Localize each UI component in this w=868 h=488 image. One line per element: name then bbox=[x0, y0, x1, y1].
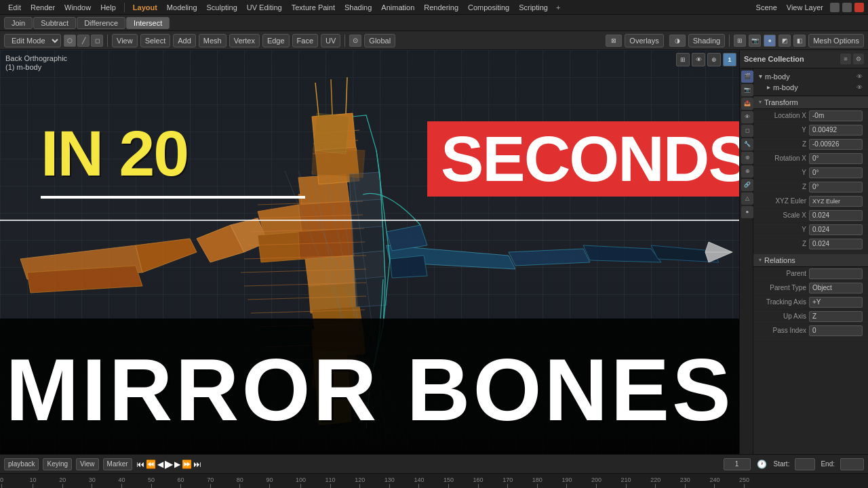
ruler-label-170: 170 bbox=[502, 476, 513, 483]
tb-shading-btn[interactable]: Shading bbox=[688, 34, 725, 47]
camera-icon[interactable]: 📷 bbox=[749, 35, 761, 47]
menu-edit[interactable]: Edit bbox=[4, 2, 25, 13]
scene-options-icon[interactable]: ⊞ bbox=[734, 35, 746, 47]
relations-section-header[interactable]: ▾ Relations bbox=[753, 254, 868, 267]
menu-render[interactable]: Render bbox=[26, 2, 59, 13]
outliner-visibility-icon-1[interactable]: 👁 bbox=[856, 73, 863, 80]
prop-data-icon[interactable]: △ bbox=[741, 192, 753, 205]
tb-select-btn[interactable]: Select bbox=[140, 34, 171, 47]
tracking-axis-value[interactable]: +Y bbox=[809, 297, 863, 308]
bool-join-btn[interactable]: Join bbox=[4, 17, 33, 29]
outliner-item-mbody-2[interactable]: ▸ m-body 👁 bbox=[753, 82, 868, 93]
win-close-btn[interactable] bbox=[854, 3, 864, 12]
viewport-3d[interactable]: Back Orthographic (1) m-body IN 20 SECON… bbox=[0, 50, 739, 454]
tab-modeling[interactable]: Modeling bbox=[163, 2, 201, 13]
proportional-edit-icon[interactable]: ⊙ bbox=[349, 35, 361, 47]
panel-filter-icon[interactable]: ≡ bbox=[840, 54, 851, 64]
outliner-item-mbody-1[interactable]: ▾ m-body 👁 bbox=[753, 71, 868, 82]
tb-vertex-btn[interactable]: Vertex bbox=[229, 34, 260, 47]
outliner-visibility-icon-2[interactable]: 👁 bbox=[856, 84, 863, 91]
prev-frame-btn[interactable]: ⏪ bbox=[146, 460, 156, 469]
prop-scene-icon[interactable]: 🎬 bbox=[741, 70, 753, 83]
tab-animation[interactable]: Animation bbox=[377, 2, 418, 13]
timeline-view-btn[interactable]: View bbox=[76, 458, 99, 470]
mesh-options-btn[interactable]: Mesh Options bbox=[808, 34, 864, 47]
tab-sculpting[interactable]: Sculpting bbox=[203, 2, 241, 13]
scale-y-value[interactable]: 0.024 bbox=[809, 224, 863, 235]
rotation-y-value[interactable]: 0° bbox=[809, 167, 863, 178]
tb-transform-btn[interactable]: Global bbox=[364, 34, 395, 47]
frame-ruler[interactable]: 0102030405060708090100110120130140150160… bbox=[0, 473, 868, 488]
tb-face-btn[interactable]: Face bbox=[292, 34, 318, 47]
rotation-x-value[interactable]: 0° bbox=[809, 153, 863, 164]
viewport-toggle-icon-3[interactable]: ⊕ bbox=[707, 53, 721, 66]
prop-object-icon[interactable]: ◻ bbox=[741, 125, 753, 137]
tab-texture-paint[interactable]: Texture Paint bbox=[288, 2, 339, 13]
prop-modifier-icon[interactable]: 🔧 bbox=[741, 138, 753, 150]
prop-view-icon[interactable]: 👁 bbox=[741, 111, 753, 123]
jump-end-btn[interactable]: ⏭ bbox=[193, 460, 201, 469]
extra-shading-icon[interactable]: ◧ bbox=[793, 35, 806, 47]
viewport-toggle-icon-1[interactable]: ⊞ bbox=[676, 53, 690, 66]
location-z-value[interactable]: -0.00926 bbox=[809, 139, 863, 150]
scale-x-value[interactable]: 0.024 bbox=[809, 210, 863, 221]
prev-keyframe-btn[interactable]: ◀ bbox=[157, 460, 163, 469]
marker-btn[interactable]: Marker bbox=[103, 458, 132, 470]
location-y-value[interactable]: 0.00492 bbox=[809, 125, 863, 136]
current-frame-input[interactable]: 1 bbox=[724, 458, 751, 470]
viewport-toggle-icon-4[interactable]: 1 bbox=[723, 53, 736, 66]
overlay-options-icon[interactable]: ⊠ bbox=[606, 35, 622, 47]
tab-scripting[interactable]: Scripting bbox=[515, 2, 552, 13]
tb-uv-btn[interactable]: UV bbox=[321, 34, 340, 47]
tb-mesh-btn[interactable]: Mesh bbox=[199, 34, 226, 47]
parent-value[interactable] bbox=[809, 268, 863, 279]
playback-btn[interactable]: playback bbox=[4, 458, 39, 470]
bool-difference-btn[interactable]: Difference bbox=[77, 17, 125, 29]
tb-edge-btn[interactable]: Edge bbox=[262, 34, 290, 47]
rotation-z-value[interactable]: 0° bbox=[809, 182, 863, 192]
prop-particles-icon[interactable]: ⊛ bbox=[741, 152, 753, 164]
prop-physics-icon[interactable]: ⊕ bbox=[741, 165, 753, 178]
tab-compositing[interactable]: Compositing bbox=[464, 2, 513, 13]
scale-z-value[interactable]: 0.024 bbox=[809, 239, 863, 249]
menu-window[interactable]: Window bbox=[60, 2, 95, 13]
keying-btn[interactable]: Keying bbox=[43, 458, 72, 470]
vertex-select-icon[interactable]: ⬡ bbox=[64, 35, 76, 47]
win-max-btn[interactable] bbox=[842, 3, 852, 12]
pass-index-value[interactable]: 0 bbox=[809, 325, 863, 336]
jump-start-btn[interactable]: ⏮ bbox=[136, 460, 144, 469]
xyz-euler-value[interactable]: XYZ Euler bbox=[809, 196, 863, 207]
bool-subtract-btn[interactable]: Subtract bbox=[33, 17, 76, 29]
edit-mode-select[interactable]: Edit Mode bbox=[4, 34, 61, 47]
next-keyframe-btn[interactable]: ▶ bbox=[174, 460, 180, 469]
viewport-toggle-icon-2[interactable]: 👁 bbox=[692, 53, 705, 66]
location-x-value[interactable]: -0m bbox=[809, 110, 863, 121]
end-frame-input[interactable]: 250 bbox=[840, 458, 864, 470]
prop-render-icon[interactable]: 📷 bbox=[741, 84, 753, 96]
edge-select-icon[interactable]: ╱ bbox=[77, 35, 90, 47]
prop-material-icon[interactable]: ● bbox=[741, 206, 753, 218]
menu-help[interactable]: Help bbox=[96, 2, 120, 13]
transform-section-header[interactable]: ▾ Transform bbox=[753, 96, 868, 109]
tab-rendering[interactable]: Rendering bbox=[420, 2, 462, 13]
parent-type-value[interactable]: Object bbox=[809, 283, 863, 293]
material-icon[interactable]: ◩ bbox=[778, 35, 791, 47]
tab-uv-editing[interactable]: UV Editing bbox=[243, 2, 286, 13]
tab-shading[interactable]: Shading bbox=[340, 2, 376, 13]
prop-output-icon[interactable]: 📤 bbox=[741, 98, 753, 110]
tab-layout[interactable]: Layout bbox=[129, 2, 161, 13]
render-icon[interactable]: ● bbox=[764, 35, 776, 47]
up-axis-value[interactable]: Z bbox=[809, 311, 863, 322]
win-min-btn[interactable] bbox=[830, 3, 840, 12]
prop-constraints-icon[interactable]: 🔗 bbox=[741, 179, 753, 191]
face-select-icon[interactable]: ◻ bbox=[91, 35, 103, 47]
panel-settings-icon[interactable]: ⚙ bbox=[853, 54, 864, 64]
start-frame-input[interactable]: 1 bbox=[795, 458, 815, 470]
next-frame-btn[interactable]: ⏩ bbox=[182, 460, 192, 469]
tb-view-btn[interactable]: View bbox=[112, 34, 138, 47]
tb-overlays-btn[interactable]: Overlays bbox=[625, 34, 663, 47]
tb-add-btn[interactable]: Add bbox=[173, 34, 196, 47]
bool-intersect-btn[interactable]: Intersect bbox=[126, 17, 170, 29]
shading-options-icon[interactable]: ◑ bbox=[669, 35, 686, 47]
play-btn[interactable]: ▶ bbox=[165, 458, 173, 470]
